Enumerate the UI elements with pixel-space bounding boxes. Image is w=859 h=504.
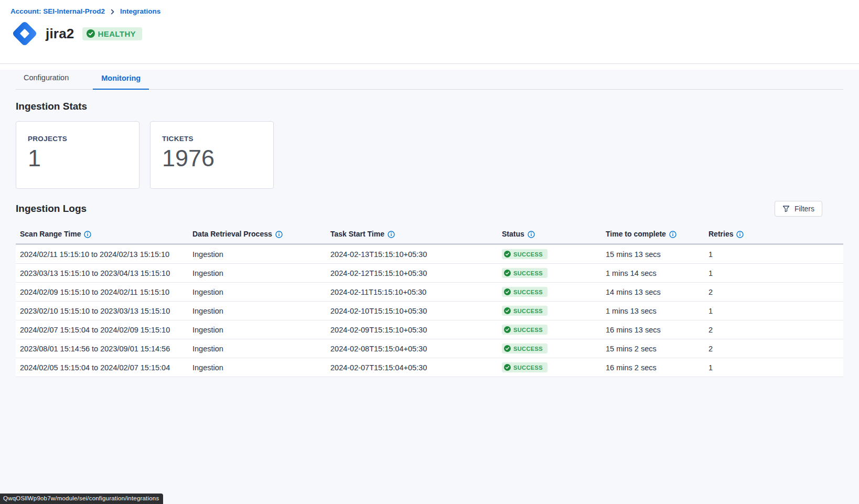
- cell-task-start-time: 2024-02-11T15:15:10+05:30: [326, 288, 498, 296]
- check-circle-icon: [87, 29, 95, 38]
- status-bar-url-tooltip: QwqOSllWp9ob7w/module/sei/configuration/…: [0, 494, 163, 504]
- tab-configuration[interactable]: Configuration: [24, 73, 69, 89]
- tab-monitoring[interactable]: Monitoring: [93, 74, 149, 90]
- cell-data-retrieval-process: Ingestion: [188, 307, 326, 315]
- breadcrumb: Account: SEI-Internal-Prod2 Integrations: [10, 7, 859, 15]
- cell-data-retrieval-process: Ingestion: [188, 345, 326, 353]
- cell-time-to-complete: 16 mins 13 secs: [602, 326, 704, 334]
- cell-status: SUCCESS: [498, 344, 602, 353]
- check-circle-icon: [504, 251, 511, 258]
- cell-data-retrieval-process: Ingestion: [188, 269, 326, 277]
- cell-retries: 2: [704, 345, 843, 353]
- info-icon[interactable]: [275, 231, 283, 238]
- cell-retries: 2: [704, 288, 843, 296]
- cell-status: SUCCESS: [498, 306, 602, 316]
- check-circle-icon: [504, 307, 511, 314]
- table-row: 2024/02/05 15:15:04 to 2024/02/07 15:15:…: [16, 358, 843, 377]
- column-header-retries: Retries: [704, 230, 843, 238]
- info-icon[interactable]: [84, 231, 91, 238]
- cell-task-start-time: 2024-02-13T15:15:10+05:30: [326, 250, 498, 259]
- cell-scan-range-time: 2024/02/09 15:15:10 to 2024/02/11 15:15:…: [16, 288, 188, 296]
- cell-data-retrieval-process: Ingestion: [188, 288, 326, 296]
- filter-funnel-icon: [782, 205, 790, 212]
- cell-retries: 1: [704, 307, 843, 315]
- filters-button[interactable]: Filters: [775, 201, 822, 217]
- status-badge: SUCCESS: [502, 268, 547, 278]
- ingestion-stats-title: Ingestion Stats: [16, 101, 843, 112]
- projects-stat-card: PROJECTS 1: [16, 121, 139, 189]
- cell-status: SUCCESS: [498, 249, 602, 259]
- status-badge: SUCCESS: [502, 325, 547, 335]
- check-circle-icon: [504, 270, 511, 276]
- cell-retries: 1: [704, 363, 843, 372]
- info-icon[interactable]: [388, 231, 395, 238]
- cell-retries: 1: [704, 269, 843, 277]
- jira-logo-icon: [10, 19, 39, 48]
- cell-status: SUCCESS: [498, 362, 602, 372]
- cell-data-retrieval-process: Ingestion: [188, 250, 326, 259]
- cell-status: SUCCESS: [498, 268, 602, 278]
- cell-scan-range-time: 2024/02/11 15:15:10 to 2024/02/13 15:15:…: [16, 250, 188, 259]
- cell-data-retrieval-process: Ingestion: [188, 363, 326, 372]
- cell-scan-range-time: 2023/03/13 15:15:10 to 2023/04/13 15:15:…: [16, 269, 188, 277]
- ingestion-logs-title: Ingestion Logs: [16, 203, 87, 215]
- status-badge: SUCCESS: [502, 249, 547, 259]
- cell-status: SUCCESS: [498, 287, 602, 297]
- main-content: Configuration Monitoring Ingestion Stats…: [0, 70, 859, 504]
- ingestion-logs-header: Ingestion Logs Filters: [16, 201, 843, 217]
- breadcrumb-account-link[interactable]: Account: SEI-Internal-Prod2: [10, 7, 105, 15]
- cell-task-start-time: 2024-02-10T15:15:10+05:30: [326, 307, 498, 315]
- health-status-badge: HEALTHY: [82, 27, 143, 40]
- breadcrumb-integrations-link[interactable]: Integrations: [120, 7, 160, 15]
- ingestion-logs-section: Ingestion Logs Filters Scan Range Time D…: [16, 201, 843, 377]
- column-header-status: Status: [498, 230, 602, 238]
- cell-task-start-time: 2024-02-07T15:15:04+05:30: [326, 363, 498, 372]
- chevron-right-icon: [110, 9, 115, 15]
- check-circle-icon: [504, 345, 511, 352]
- projects-stat-label: PROJECTS: [28, 135, 139, 143]
- status-badge: SUCCESS: [502, 344, 547, 353]
- column-label: Status: [502, 230, 524, 238]
- cell-scan-range-time: 2024/02/05 15:15:04 to 2024/02/07 15:15:…: [16, 363, 188, 372]
- cell-scan-range-time: 2023/08/01 15:14:56 to 2023/09/01 15:14:…: [16, 345, 188, 353]
- cell-time-to-complete: 16 mins 2 secs: [602, 363, 704, 372]
- table-row: 2024/02/09 15:15:10 to 2024/02/11 15:15:…: [16, 283, 843, 302]
- column-label: Scan Range Time: [20, 230, 81, 238]
- cell-data-retrieval-process: Ingestion: [188, 326, 326, 334]
- column-label: Data Retrieval Process: [192, 230, 272, 238]
- status-badge-label: SUCCESS: [513, 270, 543, 276]
- cell-time-to-complete: 14 mins 13 secs: [602, 288, 704, 296]
- info-icon[interactable]: [528, 231, 535, 238]
- status-badge-label: SUCCESS: [513, 251, 543, 258]
- page-header: Account: SEI-Internal-Prod2 Integrations…: [0, 0, 859, 64]
- column-header-data-retrieval-process: Data Retrieval Process: [188, 230, 326, 238]
- page: { "breadcrumb": { "account": "Account: S…: [0, 0, 859, 504]
- info-icon[interactable]: [669, 231, 677, 238]
- cell-time-to-complete: 15 mins 2 secs: [602, 345, 704, 353]
- table-row: 2024/02/11 15:15:10 to 2024/02/13 15:15:…: [16, 245, 843, 264]
- table-row: 2023/03/13 15:15:10 to 2023/04/13 15:15:…: [16, 264, 843, 283]
- table-header-row: Scan Range Time Data Retrieval Process T…: [16, 224, 843, 245]
- cell-status: SUCCESS: [498, 325, 602, 335]
- tab-bar: Configuration Monitoring: [16, 70, 843, 90]
- integration-title-row: jira2 HEALTHY: [10, 19, 859, 48]
- cell-retries: 2: [704, 326, 843, 334]
- info-icon[interactable]: [736, 231, 744, 238]
- cell-task-start-time: 2024-02-08T15:15:04+05:30: [326, 345, 498, 353]
- column-label: Time to complete: [606, 230, 666, 238]
- tickets-stat-label: TICKETS: [162, 135, 273, 143]
- logs-table-body: 2024/02/11 15:15:10 to 2024/02/13 15:15:…: [16, 245, 843, 377]
- status-badge-label: SUCCESS: [513, 289, 543, 295]
- status-badge-label: SUCCESS: [513, 308, 543, 314]
- ingestion-logs-table: Scan Range Time Data Retrieval Process T…: [16, 224, 843, 377]
- cell-retries: 1: [704, 250, 843, 259]
- status-badge: SUCCESS: [502, 362, 547, 372]
- cell-time-to-complete: 1 mins 14 secs: [602, 269, 704, 277]
- column-label: Retries: [708, 230, 733, 238]
- status-badge: SUCCESS: [502, 306, 547, 316]
- page-title: jira2: [46, 26, 74, 42]
- table-row: 2023/08/01 15:14:56 to 2023/09/01 15:14:…: [16, 339, 843, 358]
- column-header-time-to-complete: Time to complete: [602, 230, 704, 238]
- table-row: 2023/02/10 15:15:10 to 2023/03/13 15:15:…: [16, 302, 843, 320]
- ingestion-stats-section: Ingestion Stats PROJECTS 1 TICKETS 1976: [16, 101, 843, 189]
